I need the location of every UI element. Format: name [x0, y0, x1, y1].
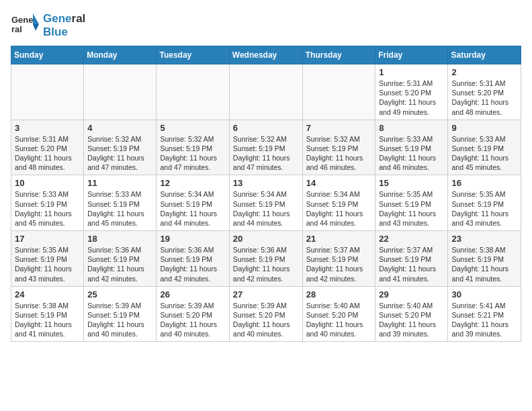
weekday-header-wednesday: Wednesday [229, 46, 302, 64]
calendar-day-21: 21Sunrise: 5:37 AMSunset: 5:19 PMDayligh… [302, 231, 375, 287]
calendar-day-14: 14Sunrise: 5:34 AMSunset: 5:19 PMDayligh… [302, 175, 375, 231]
weekday-header-tuesday: Tuesday [157, 46, 229, 64]
calendar-day-8: 8Sunrise: 5:33 AMSunset: 5:19 PMDaylight… [375, 120, 448, 175]
calendar-empty-cell [302, 64, 375, 120]
day-info: Sunrise: 5:39 AMSunset: 5:19 PMDaylight:… [87, 301, 152, 339]
calendar-week-row: 24Sunrise: 5:38 AMSunset: 5:19 PMDayligh… [11, 286, 521, 342]
day-info: Sunrise: 5:31 AMSunset: 5:20 PMDaylight:… [379, 79, 444, 117]
calendar-empty-cell [157, 64, 229, 120]
day-info: Sunrise: 5:31 AMSunset: 5:20 PMDaylight:… [15, 134, 80, 173]
calendar-day-27: 27Sunrise: 5:39 AMSunset: 5:20 PMDayligh… [229, 286, 302, 342]
calendar-day-13: 13Sunrise: 5:34 AMSunset: 5:19 PMDayligh… [229, 175, 302, 231]
svg-text:Gene: Gene [11, 15, 34, 25]
calendar-day-1: 1Sunrise: 5:31 AMSunset: 5:20 PMDaylight… [375, 64, 448, 120]
logo: Gene ral GeneralBlue [11, 11, 85, 40]
day-number: 26 [160, 289, 225, 300]
day-info: Sunrise: 5:32 AMSunset: 5:19 PMDaylight:… [160, 134, 225, 173]
day-number: 4 [87, 123, 152, 133]
day-number: 3 [15, 123, 80, 133]
day-number: 18 [87, 234, 152, 244]
day-info: Sunrise: 5:33 AMSunset: 5:19 PMDaylight:… [87, 189, 152, 228]
calendar-header-row: SundayMondayTuesdayWednesdayThursdayFrid… [11, 46, 521, 64]
day-info: Sunrise: 5:36 AMSunset: 5:19 PMDaylight:… [160, 245, 225, 283]
calendar-day-3: 3Sunrise: 5:31 AMSunset: 5:20 PMDaylight… [11, 120, 84, 175]
calendar-empty-cell [229, 64, 302, 120]
calendar-day-29: 29Sunrise: 5:40 AMSunset: 5:20 PMDayligh… [375, 286, 448, 342]
day-info: Sunrise: 5:35 AMSunset: 5:19 PMDaylight:… [451, 189, 517, 228]
day-info: Sunrise: 5:34 AMSunset: 5:19 PMDaylight:… [233, 189, 299, 228]
calendar-week-row: 10Sunrise: 5:33 AMSunset: 5:19 PMDayligh… [11, 175, 521, 231]
day-number: 12 [160, 178, 225, 188]
day-number: 10 [15, 178, 80, 188]
day-number: 28 [306, 289, 372, 300]
day-number: 27 [233, 289, 299, 300]
calendar-day-18: 18Sunrise: 5:36 AMSunset: 5:19 PMDayligh… [84, 231, 157, 287]
day-number: 24 [15, 289, 80, 300]
calendar-day-2: 2Sunrise: 5:31 AMSunset: 5:20 PMDaylight… [448, 64, 521, 120]
calendar-day-9: 9Sunrise: 5:33 AMSunset: 5:19 PMDaylight… [448, 120, 521, 175]
day-number: 6 [233, 123, 299, 133]
logo-text-block: GeneralBlue [43, 12, 85, 40]
day-number: 22 [379, 234, 444, 244]
calendar-day-16: 16Sunrise: 5:35 AMSunset: 5:19 PMDayligh… [448, 175, 521, 231]
svg-marker-2 [33, 13, 39, 24]
calendar-week-row: 1Sunrise: 5:31 AMSunset: 5:20 PMDaylight… [11, 64, 521, 120]
weekday-header-monday: Monday [84, 46, 157, 64]
calendar-day-5: 5Sunrise: 5:32 AMSunset: 5:19 PMDaylight… [157, 120, 229, 175]
day-number: 11 [87, 178, 152, 188]
day-info: Sunrise: 5:37 AMSunset: 5:19 PMDaylight:… [306, 245, 372, 283]
calendar-day-26: 26Sunrise: 5:39 AMSunset: 5:20 PMDayligh… [157, 286, 229, 342]
day-info: Sunrise: 5:40 AMSunset: 5:20 PMDaylight:… [306, 301, 372, 339]
day-info: Sunrise: 5:35 AMSunset: 5:19 PMDaylight:… [15, 245, 80, 283]
calendar-day-4: 4Sunrise: 5:32 AMSunset: 5:19 PMDaylight… [84, 120, 157, 175]
calendar-day-28: 28Sunrise: 5:40 AMSunset: 5:20 PMDayligh… [302, 286, 375, 342]
day-number: 30 [451, 289, 517, 300]
calendar-day-7: 7Sunrise: 5:32 AMSunset: 5:19 PMDaylight… [302, 120, 375, 175]
day-number: 17 [15, 234, 80, 244]
svg-marker-3 [33, 24, 39, 31]
calendar-week-row: 3Sunrise: 5:31 AMSunset: 5:20 PMDaylight… [11, 120, 521, 175]
day-info: Sunrise: 5:33 AMSunset: 5:19 PMDaylight:… [451, 134, 517, 173]
day-info: Sunrise: 5:34 AMSunset: 5:19 PMDaylight:… [306, 189, 372, 228]
day-info: Sunrise: 5:38 AMSunset: 5:19 PMDaylight:… [15, 301, 80, 339]
day-number: 14 [306, 178, 372, 188]
calendar-day-19: 19Sunrise: 5:36 AMSunset: 5:19 PMDayligh… [157, 231, 229, 287]
day-info: Sunrise: 5:40 AMSunset: 5:20 PMDaylight:… [379, 301, 444, 339]
day-number: 15 [379, 178, 444, 188]
day-number: 9 [451, 123, 517, 133]
day-info: Sunrise: 5:36 AMSunset: 5:19 PMDaylight:… [87, 245, 152, 283]
calendar-day-30: 30Sunrise: 5:41 AMSunset: 5:21 PMDayligh… [448, 286, 521, 342]
logo-svg: Gene ral [11, 11, 40, 40]
calendar-day-20: 20Sunrise: 5:36 AMSunset: 5:19 PMDayligh… [229, 231, 302, 287]
day-number: 20 [233, 234, 299, 244]
day-info: Sunrise: 5:33 AMSunset: 5:19 PMDaylight:… [379, 134, 444, 173]
svg-text:ral: ral [11, 24, 22, 34]
day-info: Sunrise: 5:37 AMSunset: 5:19 PMDaylight:… [379, 245, 444, 283]
day-number: 5 [160, 123, 225, 133]
day-number: 21 [306, 234, 372, 244]
weekday-header-friday: Friday [375, 46, 448, 64]
calendar-day-25: 25Sunrise: 5:39 AMSunset: 5:19 PMDayligh… [84, 286, 157, 342]
day-number: 23 [451, 234, 517, 244]
day-info: Sunrise: 5:34 AMSunset: 5:19 PMDaylight:… [160, 189, 225, 228]
day-info: Sunrise: 5:36 AMSunset: 5:19 PMDaylight:… [233, 245, 299, 283]
day-number: 7 [306, 123, 372, 133]
calendar-day-6: 6Sunrise: 5:32 AMSunset: 5:19 PMDaylight… [229, 120, 302, 175]
weekday-header-sunday: Sunday [11, 46, 84, 64]
day-info: Sunrise: 5:41 AMSunset: 5:21 PMDaylight:… [451, 301, 517, 339]
weekday-header-thursday: Thursday [302, 46, 375, 64]
day-number: 1 [379, 67, 444, 77]
day-number: 8 [379, 123, 444, 133]
calendar-empty-cell [84, 64, 157, 120]
calendar-day-12: 12Sunrise: 5:34 AMSunset: 5:19 PMDayligh… [157, 175, 229, 231]
day-number: 2 [451, 67, 517, 77]
day-number: 29 [379, 289, 444, 300]
day-number: 13 [233, 178, 299, 188]
day-number: 25 [87, 289, 152, 300]
day-info: Sunrise: 5:32 AMSunset: 5:19 PMDaylight:… [306, 134, 372, 173]
day-info: Sunrise: 5:39 AMSunset: 5:20 PMDaylight:… [233, 301, 299, 339]
calendar-day-15: 15Sunrise: 5:35 AMSunset: 5:19 PMDayligh… [375, 175, 448, 231]
calendar-day-23: 23Sunrise: 5:38 AMSunset: 5:19 PMDayligh… [448, 231, 521, 287]
calendar-day-10: 10Sunrise: 5:33 AMSunset: 5:19 PMDayligh… [11, 175, 84, 231]
weekday-header-saturday: Saturday [448, 46, 521, 64]
